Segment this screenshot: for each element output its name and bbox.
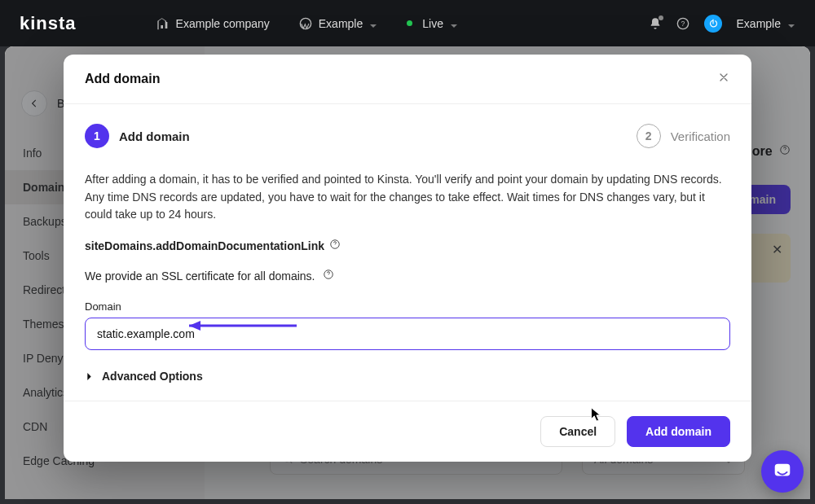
modal-header: Add domain — [64, 55, 751, 104]
add-domain-submit-button[interactable]: Add domain — [627, 416, 730, 447]
modal-title: Add domain — [85, 72, 160, 86]
svg-text:?: ? — [681, 20, 685, 28]
wordpress-icon — [299, 17, 312, 30]
add-domain-modal: Add domain 1 Add domain 2 Verification A… — [64, 55, 751, 462]
company-name: Example company — [176, 17, 270, 30]
modal-footer: Cancel Add domain — [64, 401, 751, 462]
intro-text: After adding a domain, it has to be veri… — [85, 171, 730, 224]
site-picker[interactable]: Example — [299, 17, 377, 30]
step-1-badge: 1 — [85, 124, 109, 148]
advanced-options-toggle[interactable]: Advanced Options — [85, 370, 730, 383]
step-1-label: Add domain — [119, 129, 190, 143]
user-menu[interactable]: Example — [737, 17, 795, 30]
notifications-button[interactable] — [649, 17, 662, 30]
step-2: 2 Verification — [637, 124, 730, 148]
svg-point-0 — [300, 18, 311, 28]
cancel-button[interactable]: Cancel — [540, 416, 615, 447]
modal-close-button[interactable] — [717, 71, 730, 87]
chevron-down-icon — [450, 20, 458, 28]
company-picker[interactable]: Example company — [156, 17, 270, 30]
status-dot-icon — [407, 20, 412, 26]
stepper: 1 Add domain 2 Verification — [85, 124, 730, 148]
site-name: Example — [319, 17, 363, 30]
chevron-right-icon — [85, 372, 94, 381]
domain-field-label: Domain — [85, 300, 730, 313]
building-icon — [156, 17, 170, 30]
help-button[interactable]: ? — [676, 17, 689, 30]
documentation-link[interactable]: siteDomains.addDomainDocumentationLink — [85, 239, 730, 252]
help-circle-icon — [329, 239, 341, 252]
power-icon — [704, 15, 722, 33]
domain-input[interactable] — [85, 318, 730, 350]
top-bar: kinsta Example company Example Live ? — [0, 0, 815, 46]
brand-logo: kinsta — [20, 13, 77, 34]
modal-body: 1 Add domain 2 Verification After adding… — [64, 104, 751, 401]
chevron-down-icon — [787, 20, 795, 28]
help-icon: ? — [676, 17, 689, 30]
env-picker[interactable]: Live — [407, 17, 458, 30]
step-2-label: Verification — [671, 129, 730, 143]
help-circle-icon[interactable] — [323, 269, 334, 283]
chevron-down-icon — [369, 20, 377, 28]
chat-icon — [772, 461, 793, 482]
ssl-note: We provide an SSL certificate for all do… — [85, 269, 730, 283]
env-label: Live — [422, 17, 443, 30]
chat-launcher[interactable] — [761, 450, 804, 493]
step-2-badge: 2 — [637, 124, 661, 148]
power-button[interactable] — [704, 15, 722, 33]
cursor-icon — [590, 407, 601, 422]
user-name: Example — [737, 17, 781, 30]
step-1: 1 Add domain — [85, 124, 190, 148]
